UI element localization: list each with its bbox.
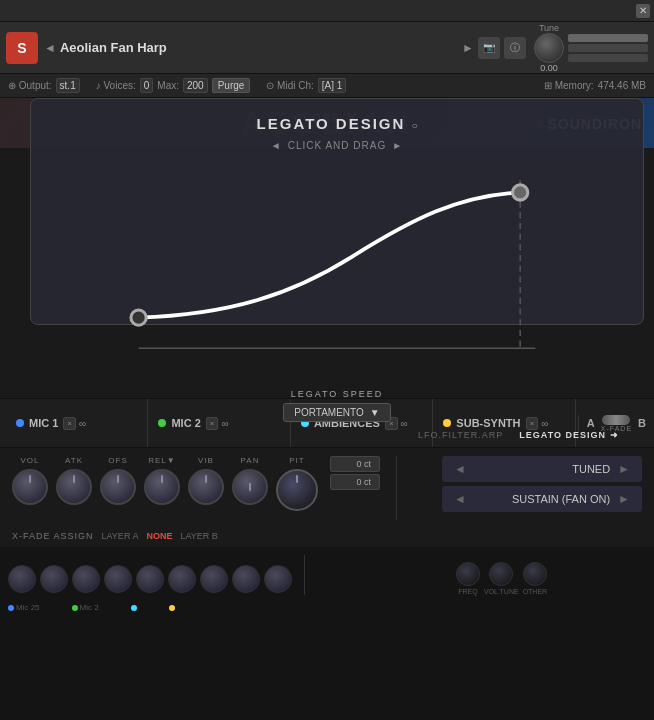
subtitle-text: CLICK AND DRAG — [288, 140, 386, 151]
eq-knob-7 — [200, 565, 228, 595]
mic2-dot — [158, 419, 166, 427]
xfade-layer-a[interactable]: LAYER A — [102, 531, 139, 541]
midi-section: ⊙ Midi Ch: [A] 1 — [266, 78, 346, 93]
eq-knob-5 — [136, 565, 164, 595]
mic1-solo[interactable]: × — [63, 417, 76, 430]
subsynth-link[interactable]: ∞ — [541, 418, 548, 429]
modal-subtitle: ◄ CLICK AND DRAG ► — [271, 140, 403, 151]
atk-control: ATK — [56, 456, 92, 505]
eq-knob-9-control[interactable] — [264, 565, 292, 593]
midi-value[interactable]: [A] 1 — [318, 78, 347, 93]
mic1-label: MIC 1 — [29, 417, 58, 429]
pan-control: PAN — [232, 456, 268, 505]
modal-title: LEGATO DESIGN — [257, 115, 406, 132]
eq-knob-2-control[interactable] — [40, 565, 68, 593]
controls-separator — [396, 456, 397, 520]
pv-bar — [568, 44, 648, 52]
eq-voltune-control[interactable] — [489, 562, 513, 586]
right-controls: ◄ TUNED ► ◄ SUSTAIN (FAN ON) ► — [442, 456, 642, 512]
vib-label: VIB — [198, 456, 214, 465]
eq-knob-8 — [232, 565, 260, 595]
window-close-button[interactable]: ✕ — [636, 4, 650, 18]
xfade-assign-label: X-FADE ASSIGN — [12, 531, 94, 541]
mic1-dot — [16, 419, 24, 427]
xfade-none[interactable]: NONE — [146, 531, 172, 541]
mic2-link[interactable]: ∞ — [221, 418, 228, 429]
pan-knob[interactable] — [232, 469, 268, 505]
atk-knob[interactable] — [56, 469, 92, 505]
purge-button[interactable]: Purge — [212, 78, 251, 93]
subsynth-label: SUB-SYNTH — [456, 417, 520, 429]
pitch-value-2[interactable]: 0 ct — [330, 474, 380, 490]
eq-knob-6-control[interactable] — [168, 565, 196, 593]
eq-area: FREQ VOL TUNE OTHER Mic 25 Mic 2 — [0, 547, 654, 720]
eq-other-knob: OTHER — [523, 562, 548, 595]
vib-knob[interactable] — [188, 469, 224, 505]
legato-design-modal: LEGATO DESIGN ○ ◄ CLICK AND DRAG ► LEGAT… — [30, 98, 644, 325]
eq-freq-label: FREQ — [458, 588, 477, 595]
eq-knob-4-control[interactable] — [104, 565, 132, 593]
pitch-value-1[interactable]: 0 ct — [330, 456, 380, 472]
bottom-ambiences-dot — [131, 605, 137, 611]
max-value: 200 — [183, 78, 208, 93]
pan-label: PAN — [241, 456, 260, 465]
camera-button[interactable]: 📷 — [478, 37, 500, 59]
eq-knob-7-control[interactable] — [200, 565, 228, 593]
tab-lfo-filter-arp[interactable]: LFO.FILTER.ARP — [418, 430, 503, 440]
legato-curve-svg[interactable] — [47, 163, 627, 381]
ofs-control: OFS — [100, 456, 136, 505]
info-button[interactable]: ⓘ — [504, 37, 526, 59]
vol-knob[interactable] — [12, 469, 48, 505]
portamento-dropdown[interactable]: PORTAMENTO ▼ — [283, 403, 390, 422]
eq-knob-3 — [72, 565, 100, 595]
eq-knob-3-control[interactable] — [72, 565, 100, 593]
prev-instrument-button[interactable]: ◄ — [44, 41, 56, 55]
midi-label: ⊙ Midi Ch: — [266, 80, 313, 91]
eq-freq-control[interactable] — [456, 562, 480, 586]
eq-knob-5-control[interactable] — [136, 565, 164, 593]
eq-knob-row: FREQ VOL TUNE OTHER — [8, 555, 646, 595]
mic1-link[interactable]: ∞ — [79, 418, 86, 429]
curve-area[interactable] — [47, 163, 627, 381]
ambiences-link[interactable]: ∞ — [401, 418, 408, 429]
vib-control: VIB — [188, 456, 224, 505]
xfade-layer-b[interactable]: LAYER B — [180, 531, 217, 541]
modal-tabs: LFO.FILTER.ARP LEGATO DESIGN ➜ — [418, 430, 627, 440]
eq-knob-1-control[interactable] — [8, 565, 36, 593]
next-instrument-button[interactable]: ► — [462, 41, 474, 55]
max-label: Max: — [157, 80, 179, 91]
portamento-label: PORTAMENTO — [294, 407, 363, 418]
sustain-button[interactable]: ◄ SUSTAIN (FAN ON) ► — [442, 486, 642, 512]
eq-voltune-knob: VOL TUNE — [484, 562, 519, 595]
tune-label: Tune — [539, 23, 559, 33]
xfade-knob[interactable] — [602, 415, 630, 425]
eq-knob-9 — [264, 565, 292, 595]
subsynth-solo[interactable]: × — [526, 417, 539, 430]
pitch-values: 0 ct 0 ct — [330, 456, 380, 490]
mic2-solo[interactable]: × — [206, 417, 219, 430]
eq-freq-knob: FREQ — [456, 562, 480, 595]
tab-legato-design[interactable]: LEGATO DESIGN ➜ — [519, 430, 619, 440]
pit-label: PIT — [289, 456, 304, 465]
bottom-subsynth-dot — [169, 605, 175, 611]
rel-knob[interactable] — [144, 469, 180, 505]
eq-knob-8-control[interactable] — [232, 565, 260, 593]
subsynth-dot — [443, 419, 451, 427]
memory-section: ⊞ Memory: 474.46 MB — [544, 80, 646, 91]
tune-section: Tune 0.00 — [534, 23, 564, 73]
pit-knob[interactable] — [276, 469, 318, 511]
ofs-knob[interactable] — [100, 469, 136, 505]
tune-value: 0.00 — [540, 63, 558, 73]
vol-control: VOL — [12, 456, 48, 505]
ofs-label: OFS — [108, 456, 127, 465]
rel-control: REL▼ — [144, 456, 180, 505]
tune-knob[interactable] — [534, 33, 564, 63]
pit-control: PIT — [276, 456, 318, 511]
eq-other-control[interactable] — [523, 562, 547, 586]
output-value[interactable]: st.1 — [56, 78, 80, 93]
eq-knob-1 — [8, 565, 36, 595]
extra-bar — [568, 54, 648, 62]
ab-label-b: B — [638, 417, 646, 429]
tuned-button[interactable]: ◄ TUNED ► — [442, 456, 642, 482]
subtitle-right-arrow: ► — [392, 140, 403, 151]
